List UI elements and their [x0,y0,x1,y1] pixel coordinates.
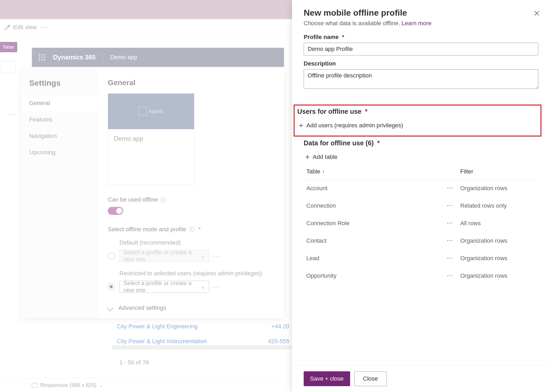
filter-column-header[interactable]: Filter [460,168,536,175]
table-cell-name: Opportunity [306,272,439,279]
row-more-icon[interactable]: ⋮ [446,220,453,227]
table-cell-name: Connection [306,202,439,209]
plus-icon: + [299,121,303,130]
table-cell-name: Lead [306,255,439,262]
table-header-row: Table ↑ Filter [304,164,538,180]
profile-name-label: Profile name * [304,34,538,41]
table-cell-filter: Organization rows [460,272,536,279]
offline-profile-panel: New mobile offline profile Choose what d… [292,0,550,392]
table-cell-filter: All rows [460,220,536,227]
table-row[interactable]: Contact ⋮ Organization rows [304,232,538,250]
sort-ascending-icon: ↑ [323,169,325,175]
add-table-button[interactable]: + Add table [304,150,538,164]
table-cell-name: Account [306,185,439,192]
plus-icon: + [305,153,310,161]
table-row[interactable]: Opportunity ⋮ Organization rows [304,267,538,285]
close-button[interactable]: Close [354,371,387,386]
row-more-icon[interactable]: ⋮ [446,203,453,209]
table-row[interactable]: Lead ⋮ Organization rows [304,250,538,267]
description-label: Description [304,60,538,67]
table-cell-filter: Organization rows [460,255,536,262]
table-row[interactable]: Connection Role ⋮ All rows [304,215,538,232]
users-section-highlight: Users for offline use * + Add users (req… [294,104,542,137]
row-more-icon[interactable]: ⋮ [446,273,453,279]
learn-more-link[interactable]: Learn more [402,20,432,27]
panel-subtitle: Choose what data is available offline. L… [304,20,538,27]
table-column-header[interactable]: Table ↑ [306,168,439,175]
panel-title: New mobile offline profile [304,8,538,18]
add-users-button[interactable]: + Add users (requires admin privileges) [297,119,538,132]
panel-footer: Save + close Close [292,365,550,392]
profile-name-input[interactable] [304,43,538,55]
save-close-button[interactable]: Save + close [304,371,350,386]
row-more-icon[interactable]: ⋮ [446,238,453,244]
table-cell-name: Contact [306,237,439,244]
row-more-icon[interactable]: ⋮ [446,255,453,262]
table-cell-filter: Related rows only [460,202,536,209]
table-row[interactable]: Connection ⋮ Related rows only [304,197,538,215]
description-textarea[interactable]: Offline profile description [304,69,538,89]
table-cell-filter: Organization rows [460,237,536,244]
users-section-title: Users for offline use * [297,108,538,115]
close-icon[interactable] [533,10,540,17]
data-section-title: Data for offline use (6) * [304,139,538,147]
table-cell-name: Connection Role [306,220,439,227]
table-cell-filter: Organization rows [460,185,536,192]
row-more-icon[interactable]: ⋮ [446,185,453,191]
table-row[interactable]: Account ⋮ Organization rows [304,180,538,197]
